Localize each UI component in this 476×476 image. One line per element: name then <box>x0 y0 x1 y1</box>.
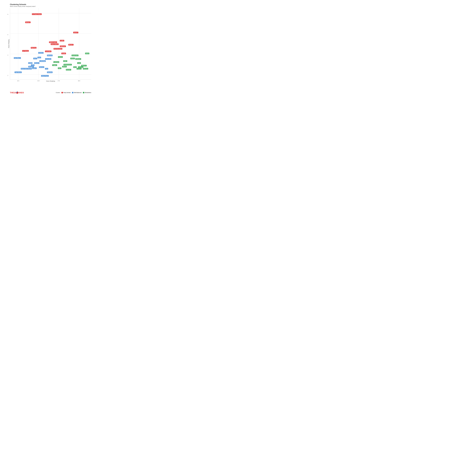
school-label: Calgary <box>52 64 57 66</box>
legend-swatch <box>62 92 63 93</box>
brand-logo: THE10 AND3 <box>10 92 24 94</box>
brand-pie-icon <box>16 92 18 94</box>
school-label: Mount Allison <box>51 43 59 45</box>
school-label: St. Francis Xavier <box>32 13 42 15</box>
school-label: Victoria <box>58 56 63 58</box>
school-label: Western <box>68 44 73 46</box>
legend: ClustersParty AnimalsWell BalancedWorkah… <box>56 92 91 93</box>
y-tick: 6 <box>8 34 8 35</box>
school-label: UPEI <box>31 64 34 66</box>
x-tick: 15.0 <box>37 80 39 81</box>
school-label: UOIT <box>58 68 61 69</box>
y-tick: 2 <box>8 75 8 76</box>
school-label: Acadia <box>60 40 64 41</box>
legend-item: Party Animals <box>62 92 71 93</box>
school-label: UNBC <box>63 60 67 62</box>
legend-title: Clusters <box>56 92 60 93</box>
school-label: Brock <box>33 58 37 59</box>
legend-swatch <box>83 92 84 93</box>
school-label: Saskatchewan <box>64 64 72 66</box>
school-label: New Brunswick <box>53 48 62 50</box>
school-label: Dalhousie <box>60 46 66 47</box>
school-label: McGill <box>85 53 89 54</box>
footer: THE10 AND3 ClustersParty AnimalsWell Bal… <box>2 91 93 94</box>
y-tick: 4 <box>8 54 8 56</box>
school-label: Waterloo <box>81 65 87 67</box>
school-label: Laurentian <box>45 51 51 52</box>
school-label: Carleton <box>38 52 44 54</box>
plot-area: Hours Partying246812.515.017.520.0St. Fr… <box>10 8 91 80</box>
school-label: Lethbridge <box>39 60 46 62</box>
school-label: McMaster <box>75 58 81 60</box>
school-label: Regina <box>32 68 37 69</box>
school-label: Trent <box>37 57 41 58</box>
school-label: Manitoba <box>47 71 52 73</box>
x-tick: 12.5 <box>17 80 19 81</box>
grid-line-v <box>38 8 39 79</box>
school-label: Winnipeg <box>28 66 34 68</box>
legend-label: Well Balanced <box>74 92 82 93</box>
x-tick: 20.0 <box>78 80 80 81</box>
brand-text-2: AND3 <box>18 92 24 94</box>
school-label: Sherbrooke <box>72 55 78 56</box>
school-label: Toronto <box>77 68 82 69</box>
school-label: York <box>45 68 48 69</box>
legend-swatch <box>72 92 73 93</box>
school-label: Mount Saint Vincent <box>21 68 32 69</box>
school-label: Saint Mary's <box>14 57 21 59</box>
school-label: Lakehead <box>53 61 59 63</box>
y-tick: 8 <box>8 14 8 15</box>
legend-label: Party Animals <box>63 92 71 93</box>
school-label: Guelph <box>61 53 66 54</box>
school-label: Memorial <box>47 55 52 56</box>
chart-subtitle: Which schools display similar study/part… <box>10 6 91 7</box>
legend-item: Well Balanced <box>72 92 82 93</box>
school-label: Wilfrid Laurier <box>49 41 57 43</box>
x-tick: 17.5 <box>58 80 60 81</box>
school-label: Nipissing <box>31 47 36 49</box>
school-label: Brandon <box>66 69 71 70</box>
school-label: St. Thomas <box>22 50 29 52</box>
chart-container: Clustering Schools Which schools display… <box>2 1 93 91</box>
legend-label: Workaholics <box>85 92 91 93</box>
school-label: Simon Fraser <box>41 75 49 77</box>
school-label: Montreal <box>78 66 84 68</box>
school-label: Moncton <box>83 68 88 69</box>
school-label: Laval <box>77 62 81 64</box>
school-label: Alberta <box>62 66 67 68</box>
chart-title: Clustering Schools <box>10 3 91 6</box>
school-label: Ryerson <box>39 66 44 68</box>
school-label: Bishop's <box>25 21 31 23</box>
school-label: Windsor <box>34 62 39 64</box>
school-label: Queen's <box>73 32 78 33</box>
school-label: Concordia <box>45 58 51 60</box>
school-label: Cape Breton <box>15 71 22 73</box>
school-label: UQAM <box>28 62 33 64</box>
school-label: UBC <box>73 66 77 68</box>
brand-text-1: THE10 <box>10 92 16 94</box>
school-label: Ottawa <box>70 58 75 59</box>
y-axis-label: Hours Partying <box>8 39 10 48</box>
legend-item: Workaholics <box>83 92 91 93</box>
